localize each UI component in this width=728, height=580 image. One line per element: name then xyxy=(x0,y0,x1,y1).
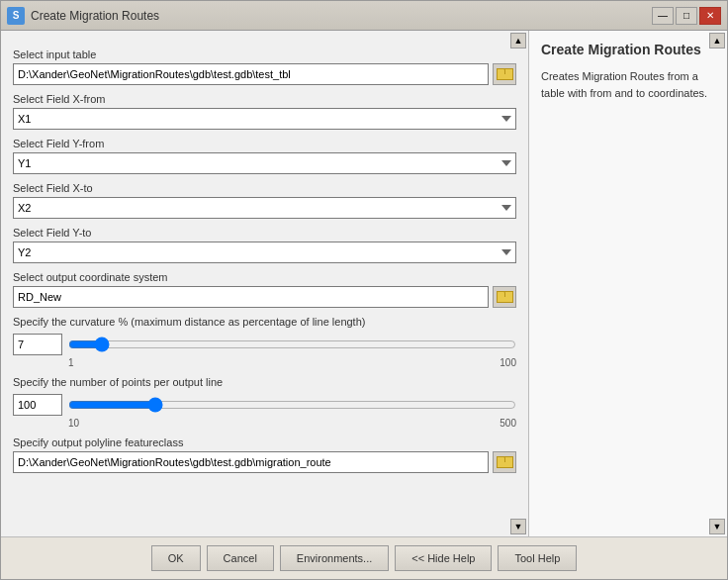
input-table-field[interactable] xyxy=(13,63,489,85)
points-slider-container xyxy=(68,394,516,416)
footer: OK Cancel Environments... << Hide Help T… xyxy=(1,536,727,579)
points-label: Specify the number of points per output … xyxy=(13,376,516,388)
points-slider[interactable] xyxy=(68,397,516,413)
points-slider-labels: 10 500 xyxy=(13,418,516,429)
window-title: Create Migration Routes xyxy=(31,9,159,23)
right-panel: ▲ Create Migration Routes Creates Migrat… xyxy=(529,31,727,536)
points-row xyxy=(13,394,516,416)
right-scroll-up-button[interactable]: ▲ xyxy=(709,33,725,48)
field-y-from-label: Select Field Y-from xyxy=(13,138,516,149)
environments-button[interactable]: Environments... xyxy=(280,545,389,571)
help-description: Creates Migration Routes from a table wi… xyxy=(541,68,715,101)
scroll-up-button[interactable]: ▲ xyxy=(510,33,526,48)
folder-icon-3 xyxy=(497,456,512,468)
field-y-from-select[interactable]: Y1 xyxy=(13,152,516,174)
left-panel: ▲ Select input table Select Field X-from… xyxy=(1,31,529,536)
input-table-label: Select input table xyxy=(13,48,516,60)
output-fc-field[interactable] xyxy=(13,451,489,473)
ok-button[interactable]: OK xyxy=(151,545,201,571)
field-x-to-label: Select Field X-to xyxy=(13,182,516,194)
curvature-slider-container xyxy=(68,334,516,355)
points-max-label: 500 xyxy=(500,418,516,429)
field-y-to-select[interactable]: Y2 xyxy=(13,242,516,263)
folder-icon xyxy=(497,68,512,80)
curvature-min-label: 1 xyxy=(68,357,74,368)
field-x-from-select[interactable]: X1 xyxy=(13,108,516,130)
tool-help-button[interactable]: Tool Help xyxy=(498,545,577,571)
field-x-to-select[interactable]: X2 xyxy=(13,197,516,219)
output-fc-browse-button[interactable] xyxy=(493,451,516,473)
coord-system-row xyxy=(13,286,516,308)
curvature-value-input[interactable] xyxy=(13,334,62,355)
curvature-slider-labels: 1 100 xyxy=(13,357,516,368)
hide-help-button[interactable]: << Hide Help xyxy=(395,545,492,571)
main-window: S Create Migration Routes — □ ✕ ▲ Select… xyxy=(0,0,728,580)
output-fc-row xyxy=(13,451,516,473)
folder-icon-2 xyxy=(497,291,512,303)
coord-system-field[interactable] xyxy=(13,286,489,308)
input-table-browse-button[interactable] xyxy=(493,63,516,85)
window-controls: — □ ✕ xyxy=(652,7,721,25)
coord-system-browse-button[interactable] xyxy=(493,286,516,308)
input-table-row xyxy=(13,63,516,85)
content-area: ▲ Select input table Select Field X-from… xyxy=(1,31,727,536)
curvature-label: Specify the curvature % (maximum distanc… xyxy=(13,316,516,328)
points-min-label: 10 xyxy=(68,418,79,429)
curvature-max-label: 100 xyxy=(500,357,516,368)
minimize-button[interactable]: — xyxy=(652,7,674,25)
close-button[interactable]: ✕ xyxy=(699,7,721,25)
curvature-row xyxy=(13,334,516,355)
field-x-from-label: Select Field X-from xyxy=(13,93,516,105)
points-value-input[interactable] xyxy=(13,394,62,416)
title-bar: S Create Migration Routes — □ ✕ xyxy=(1,1,727,31)
curvature-section: 1 100 xyxy=(13,334,516,368)
help-title: Create Migration Routes xyxy=(541,41,715,58)
curvature-slider[interactable] xyxy=(68,337,516,352)
maximize-button[interactable]: □ xyxy=(676,7,697,25)
field-y-to-label: Select Field Y-to xyxy=(13,227,516,239)
output-fc-label: Specify output polyline featureclass xyxy=(13,436,516,448)
right-scroll-down-button[interactable]: ▼ xyxy=(709,519,725,534)
points-section: 10 500 xyxy=(13,394,516,429)
app-icon: S xyxy=(7,7,25,25)
scroll-down-button[interactable]: ▼ xyxy=(510,519,526,534)
coord-system-label: Select output coordinate system xyxy=(13,271,516,283)
cancel-button[interactable]: Cancel xyxy=(207,545,274,571)
title-bar-left: S Create Migration Routes xyxy=(7,7,159,25)
